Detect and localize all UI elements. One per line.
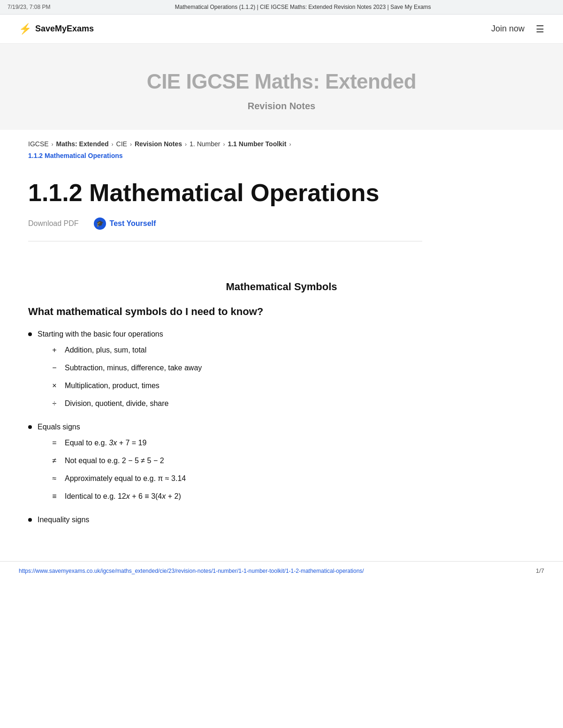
test-yourself-icon: 🎓 (94, 218, 106, 230)
main-bullet-list: Starting with the basic four operations … (28, 329, 535, 525)
eq-approx: Approximately equal to e.g. π ≈ 3.14 (65, 473, 186, 484)
bullet-group-3-label: Inequality signs (38, 516, 89, 524)
bullet-dot (28, 518, 32, 522)
content-divider (28, 241, 422, 241)
list-item: + Addition, plus, sum, total (51, 345, 202, 356)
list-item: Starting with the basic four operations … (28, 329, 535, 416)
section-heading: Mathematical Symbols (28, 279, 535, 294)
breadcrumb-maths-extended[interactable]: Maths: Extended (56, 139, 109, 149)
page-title: 1.1.2 Mathematical Operations (28, 180, 422, 206)
bullet-dot (28, 332, 32, 336)
bullet-group-2-label: Equals signs (38, 423, 80, 431)
bullet-dot (28, 425, 32, 429)
list-item: × Multiplication, product, times (51, 380, 202, 391)
breadcrumb-igcse[interactable]: IGCSE (28, 139, 49, 149)
breadcrumb-sep-4: › (185, 140, 187, 149)
main-content: 1.1.2 Mathematical Operations Download P… (0, 165, 450, 279)
subsection-heading: What mathematical symbols do I need to k… (28, 304, 535, 319)
symbol-multiply: × (51, 380, 58, 391)
symbol-minus: − (51, 362, 58, 374)
breadcrumb-sep-3: › (130, 140, 132, 149)
list-item: Inequality signs (28, 514, 535, 525)
symbol-identical: ≡ (51, 491, 58, 502)
nav-right: Join now ☰ (491, 22, 544, 36)
test-yourself-label: Test Yourself (110, 218, 156, 229)
navbar: ⚡ SaveMyExams Join now ☰ (0, 15, 563, 44)
symbol-plus: + (51, 345, 58, 356)
breadcrumb-current[interactable]: 1.1.2 Mathematical Operations (28, 151, 535, 161)
bullet-group-3: Inequality signs (38, 514, 89, 525)
footer-page: 1/7 (536, 566, 544, 576)
list-item: ≈ Approximately equal to e.g. π ≈ 3.14 (51, 473, 186, 484)
breadcrumb-sep-5: › (223, 140, 225, 149)
bullet-group-1-label: Starting with the basic four operations (38, 330, 163, 338)
symbol-approx: ≈ (51, 473, 58, 484)
footer-url[interactable]: https://www.savemyexams.co.uk/igcse/math… (19, 567, 364, 575)
breadcrumb-1-number[interactable]: 1. Number (190, 139, 220, 149)
content-area: Mathematical Symbols What mathematical s… (0, 279, 563, 561)
bullet-group-2: Equals signs = Equal to e.g. 3x + 7 = 19… (38, 421, 186, 509)
browser-timestamp: 7/19/23, 7:08 PM (8, 3, 50, 11)
hero-section: CIE IGCSE Maths: Extended Revision Notes (0, 44, 563, 130)
eq-not-equal: Not equal to e.g. 2 − 5 ≠ 5 − 2 (65, 455, 164, 466)
logo-area[interactable]: ⚡ SaveMyExams (19, 21, 94, 37)
breadcrumb-revision-notes[interactable]: Revision Notes (135, 139, 182, 149)
sub-bullet-list-2: = Equal to e.g. 3x + 7 = 19 ≠ Not equal … (51, 437, 186, 502)
test-yourself-button[interactable]: 🎓 Test Yourself (94, 218, 156, 230)
action-bar: Download PDF 🎓 Test Yourself (28, 218, 422, 230)
op-addition: Addition, plus, sum, total (65, 345, 146, 356)
op-multiplication: Multiplication, product, times (65, 380, 160, 391)
footer-bar: https://www.savemyexams.co.uk/igcse/math… (0, 561, 563, 580)
op-division: Division, quotient, divide, share (65, 398, 168, 409)
list-item: ÷ Division, quotient, divide, share (51, 398, 202, 409)
logo-text: SaveMyExams (35, 23, 94, 35)
eq-identical: Identical to e.g. 12x + 6 ≡ 3(4x + 2) (65, 491, 181, 502)
bullet-group-1: Starting with the basic four operations … (38, 329, 202, 416)
breadcrumb-sep-1: › (52, 140, 53, 149)
breadcrumb-sep-6: › (289, 140, 291, 149)
join-now-button[interactable]: Join now (491, 24, 525, 34)
breadcrumb-cie[interactable]: CIE (116, 139, 127, 149)
symbol-equals: = (51, 437, 58, 449)
breadcrumb-area: IGCSE › Maths: Extended › CIE › Revision… (0, 130, 563, 165)
hero-title: CIE IGCSE Maths: Extended (19, 66, 544, 97)
symbol-not-equal: ≠ (51, 455, 58, 466)
hamburger-icon[interactable]: ☰ (536, 22, 544, 36)
browser-tab-title: Mathematical Operations (1.1.2) | CIE IG… (50, 3, 555, 11)
op-subtraction: Subtraction, minus, difference, take awa… (65, 362, 202, 374)
list-item: = Equal to e.g. 3x + 7 = 19 (51, 437, 186, 449)
breadcrumb-1-1-number-toolkit[interactable]: 1.1 Number Toolkit (228, 139, 286, 149)
lightning-icon: ⚡ (19, 21, 31, 37)
breadcrumb-sep-2: › (112, 140, 114, 149)
sub-bullet-list-1: + Addition, plus, sum, total − Subtracti… (51, 345, 202, 409)
download-pdf-button[interactable]: Download PDF (28, 219, 79, 228)
hero-subtitle: Revision Notes (19, 99, 544, 113)
list-item: ≠ Not equal to e.g. 2 − 5 ≠ 5 − 2 (51, 455, 186, 466)
list-item: − Subtraction, minus, difference, take a… (51, 362, 202, 374)
browser-bar: 7/19/23, 7:08 PM Mathematical Operations… (0, 0, 563, 15)
breadcrumb: IGCSE › Maths: Extended › CIE › Revision… (28, 139, 535, 149)
list-item: ≡ Identical to e.g. 12x + 6 ≡ 3(4x + 2) (51, 491, 186, 502)
eq-equal: Equal to e.g. 3x + 7 = 19 (65, 437, 146, 449)
symbol-divide: ÷ (51, 398, 58, 409)
list-item: Equals signs = Equal to e.g. 3x + 7 = 19… (28, 421, 535, 509)
